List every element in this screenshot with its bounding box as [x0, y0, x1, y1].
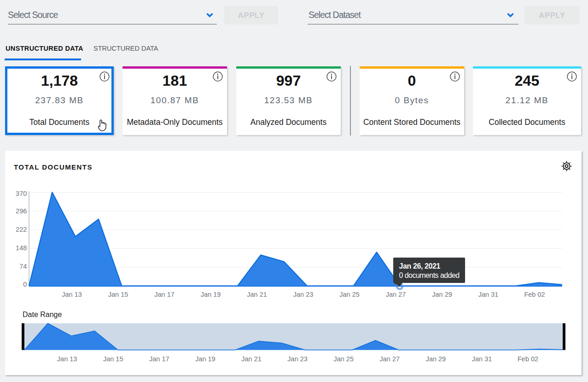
- svg-text:Jan 15: Jan 15: [108, 291, 128, 298]
- svg-text:Jan 31: Jan 31: [472, 355, 492, 363]
- svg-text:Jan 25: Jan 25: [339, 291, 360, 298]
- svg-text:Jan 29: Jan 29: [426, 355, 446, 363]
- svg-text:Jan 13: Jan 13: [57, 355, 77, 363]
- svg-text:Jan 15: Jan 15: [103, 355, 123, 363]
- svg-text:Date Range: Date Range: [23, 311, 62, 318]
- svg-text:Jan 21: Jan 21: [241, 355, 262, 363]
- svg-text:Jan 23: Jan 23: [287, 355, 308, 363]
- svg-text:Jan 17: Jan 17: [154, 291, 175, 298]
- svg-text:148: 148: [16, 244, 27, 252]
- svg-text:Jan 13: Jan 13: [62, 291, 82, 298]
- svg-text:74: 74: [19, 263, 27, 270]
- svg-text:Jan 25: Jan 25: [333, 355, 354, 363]
- svg-text:Feb 02: Feb 02: [518, 355, 538, 363]
- svg-text:Jan 29: Jan 29: [432, 291, 452, 298]
- svg-text:Jan 27: Jan 27: [380, 355, 400, 363]
- svg-text:Jan 27: Jan 27: [386, 291, 406, 298]
- svg-text:Feb 02: Feb 02: [524, 291, 545, 298]
- svg-text:Jan 23: Jan 23: [293, 291, 314, 298]
- svg-text:0: 0: [23, 281, 27, 288]
- svg-text:Jan 19: Jan 19: [195, 355, 215, 363]
- svg-text:Jan 21: Jan 21: [247, 291, 267, 298]
- svg-text:Jan 19: Jan 19: [201, 291, 221, 298]
- svg-text:370: 370: [16, 190, 27, 197]
- svg-text:296: 296: [16, 207, 27, 215]
- svg-text:Jan 31: Jan 31: [478, 291, 499, 298]
- svg-text:Jan 17: Jan 17: [149, 355, 169, 363]
- svg-text:222: 222: [16, 226, 27, 233]
